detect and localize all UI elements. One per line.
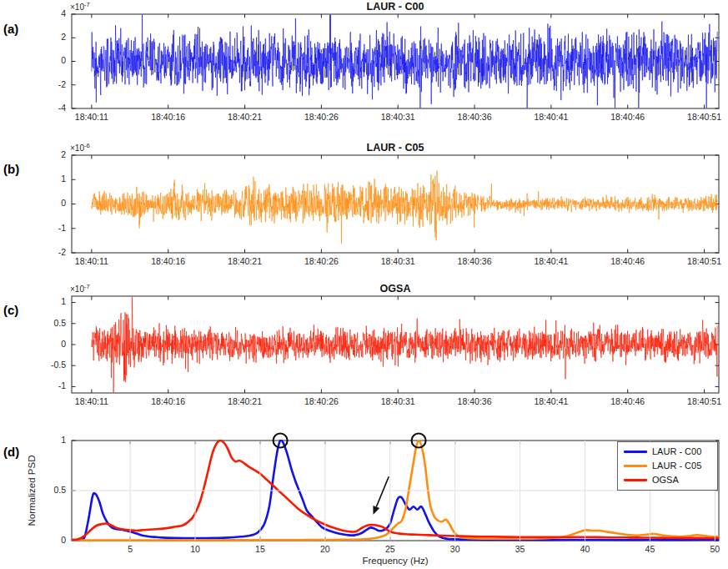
plot-title-a: LAUR - C00 <box>72 1 719 13</box>
waveform-trace <box>92 170 717 244</box>
x-tick-label: 18:40:21 <box>228 396 262 406</box>
legend-line-swatch-ogsa <box>624 479 647 482</box>
x-tick-label: 18:40:16 <box>151 112 185 122</box>
x-tick-label: 18:40:46 <box>610 396 645 406</box>
x-tick-label: 18:40:31 <box>381 396 415 406</box>
x-tick-label: 25 <box>385 544 395 554</box>
x-tick-label: 30 <box>450 544 460 554</box>
y-tick-label: 0 <box>61 535 66 545</box>
x-tick-label: 18:40:21 <box>228 256 262 266</box>
panel-b <box>72 155 719 253</box>
legend-label-ogsa: OGSA <box>652 475 679 486</box>
x-tick-label: 18:40:11 <box>75 112 108 122</box>
y-tick-label: -2 <box>58 79 66 89</box>
x-tick-label: 18:40:46 <box>610 256 645 266</box>
x-tick-label: 15 <box>255 544 265 554</box>
plot-title-b: LAUR - C05 <box>72 142 719 154</box>
x-tick-label: 18:40:41 <box>534 396 568 406</box>
legend-label-laur-c00: LAUR - C00 <box>652 446 701 457</box>
panel-letter-a: (a) <box>3 22 30 36</box>
y-tick-label: 1 <box>61 296 66 306</box>
legend: LAUR - C00 LAUR - C05 OGSA <box>617 441 718 491</box>
legend-entry-laur-c05: LAUR - C05 <box>624 461 712 471</box>
legend-label-laur-c05: LAUR - C05 <box>652 461 701 471</box>
panel-c <box>72 296 719 393</box>
y-tick-label: 2 <box>61 149 66 159</box>
x-tick-label: 20 <box>320 544 330 554</box>
panel-a <box>72 14 719 108</box>
x-tick-label: 18:40:16 <box>151 256 185 266</box>
legend-line-swatch-laur-c00 <box>624 451 647 454</box>
panel-letter-b: (b) <box>3 162 30 176</box>
waveform-trace <box>92 297 717 393</box>
x-tick-label: 18:40:51 <box>687 256 721 266</box>
x-tick-label: 18:40:31 <box>381 112 415 122</box>
x-tick-label: 18:40:26 <box>304 112 339 122</box>
y-tick-label: 2 <box>61 32 66 42</box>
legend-entry-ogsa: OGSA <box>624 475 712 486</box>
figure: 18:40:1118:40:1618:40:2118:40:2618:40:31… <box>0 0 728 569</box>
legend-line-swatch-laur-c05 <box>624 465 647 468</box>
x-tick-label: 50 <box>710 544 720 554</box>
annotation-arrow-head <box>373 506 379 515</box>
y-tick-label: 0.5 <box>53 485 66 495</box>
plot-title-c: OGSA <box>72 283 719 295</box>
x-tick-label: 45 <box>645 544 655 554</box>
y-tick-label: -1 <box>58 223 66 233</box>
x-tick-label: 5 <box>128 544 133 554</box>
panel-d-annotations <box>274 434 426 515</box>
x-tick-label: 18:40:21 <box>228 112 262 122</box>
y-tick-label: 0 <box>61 339 66 349</box>
y-tick-label: 1 <box>61 435 66 445</box>
x-tick-label: 18:40:36 <box>458 256 492 266</box>
x-tick-label: 18:40:26 <box>304 256 339 266</box>
x-tick-label: 18:40:11 <box>75 256 108 266</box>
y-tick-label: -4 <box>58 103 66 113</box>
y-tick-label: 0 <box>61 55 66 65</box>
y-tick-label: -2 <box>58 247 66 257</box>
x-tick-label: 18:40:36 <box>458 112 492 122</box>
x-tick-label: 18:40:46 <box>610 112 645 122</box>
y-tick-label: -0.5 <box>51 360 66 370</box>
x-tick-label: 35 <box>515 544 525 554</box>
x-tick-label: 18:40:41 <box>534 112 568 122</box>
psd-x-axis-label: Frequency (Hz) <box>72 556 719 566</box>
x-tick-label: 18:40:36 <box>458 396 492 406</box>
x-tick-label: 18:40:41 <box>534 256 568 266</box>
annotation-arrow-shaft <box>376 476 389 506</box>
waveform-trace <box>92 14 717 108</box>
panel-letter-c: (c) <box>3 303 30 317</box>
y-tick-label: 1 <box>61 174 66 184</box>
legend-entry-laur-c00: LAUR - C00 <box>624 446 712 457</box>
y-tick-label: 0.5 <box>53 318 66 328</box>
x-tick-label: 18:40:31 <box>381 256 415 266</box>
x-tick-label: 10 <box>190 544 200 554</box>
x-tick-label: 18:40:16 <box>151 396 185 406</box>
y-tick-label: -1 <box>58 380 66 390</box>
x-tick-label: 18:40:51 <box>687 112 721 122</box>
y-tick-label: 0 <box>61 198 66 208</box>
x-tick-label: 18:40:51 <box>687 396 721 406</box>
x-tick-label: 40 <box>580 544 590 554</box>
y-tick-label: 4 <box>61 8 66 18</box>
x-tick-label: 18:40:11 <box>75 396 108 406</box>
x-tick-label: 18:40:26 <box>304 396 339 406</box>
